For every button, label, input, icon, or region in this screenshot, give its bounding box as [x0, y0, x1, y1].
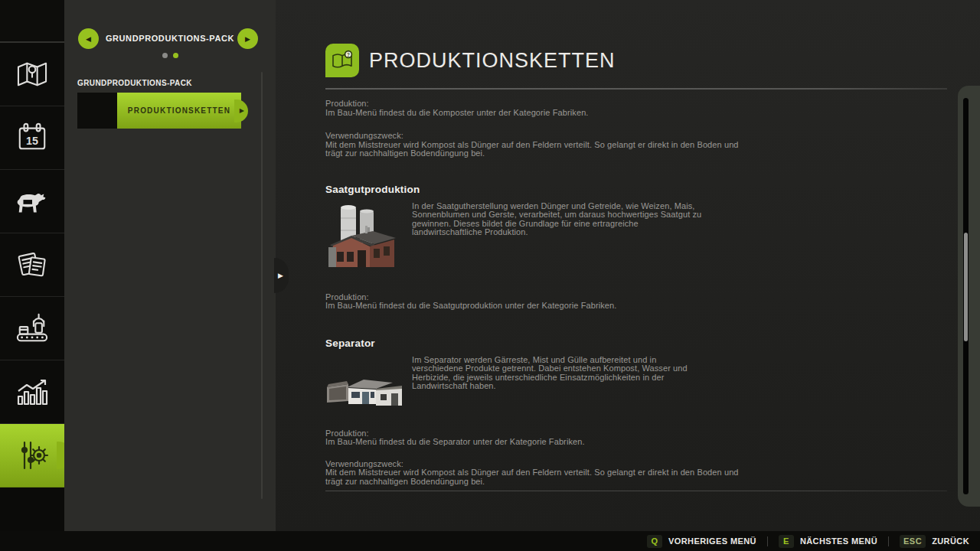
main-menu-sidebar: 15 [0, 0, 64, 531]
content-divider-top [325, 88, 947, 90]
shortcut-label: VORHERIGES MENÜ [668, 536, 756, 546]
note-label: Verwendungszweck: [325, 132, 739, 141]
production-note: Produktion: Im Bau-Menü findest du die S… [325, 293, 739, 311]
key-esc: ESC [900, 535, 926, 548]
help-category-panel: ◀ GRUNDPRODUKTIONS-PACK ▶ GRUNDPRODUKTIO… [64, 0, 276, 531]
game-help-menu-screen: 15 [0, 0, 980, 551]
content-scrollbar-track[interactable] [963, 98, 969, 494]
next-category-button[interactable]: ▶ [237, 28, 258, 49]
note-text: Im Bau-Menü findest du die Saatgutproduk… [325, 302, 739, 311]
content-scrollbar-thumb[interactable] [964, 233, 968, 341]
nav-item-icon-box [77, 93, 117, 129]
pager-dot-1[interactable] [162, 53, 168, 58]
sidebar-item-production[interactable] [0, 297, 64, 360]
footer-separator [888, 536, 889, 546]
production-note: Produktion: Im Bau-Menü findest du die K… [325, 99, 739, 117]
section-heading-separator: Separator [325, 337, 980, 349]
key-e: E [779, 535, 794, 548]
shortcut-previous-menu: Q VORHERIGES MENÜ [647, 535, 756, 548]
animals-icon [13, 186, 51, 217]
settings-icon [15, 439, 49, 472]
chevron-right-icon: ▶ [278, 272, 283, 279]
content-scroll-gutter [958, 86, 980, 507]
nav-item-produktionsketten[interactable]: PRODUKTIONSKETTEN ▶ [77, 93, 241, 129]
page-title: PRODUKTIONSKETTEN [369, 49, 616, 73]
help-content-area: ? PRODUKTIONSKETTEN Produktion: Im Bau-M… [276, 0, 980, 531]
shortcut-bar: Q VORHERIGES MENÜ E NÄCHSTES MENÜ ESC ZU… [0, 531, 980, 551]
chevron-right-icon: ▶ [240, 108, 244, 114]
pager-dots [64, 53, 276, 58]
footer-separator [767, 536, 768, 546]
panel-scrollbar[interactable] [261, 72, 263, 499]
usage-note: Verwendungszweck: Mit dem Miststreuer wi… [325, 460, 739, 487]
sidebar-item-statistics[interactable] [0, 360, 64, 424]
sidebar-item-animals[interactable] [0, 170, 64, 233]
nav-item-label: PRODUKTIONSKETTEN [128, 106, 230, 115]
contracts-icon [16, 249, 48, 281]
note-label: Produktion: [325, 99, 739, 109]
category-section-label: GRUNDPRODUKTIONS-PACK [77, 79, 192, 87]
calendar-icon: 15 [16, 122, 48, 154]
shortcut-label: NÄCHSTES MENÜ [800, 536, 877, 546]
key-q: Q [647, 535, 662, 548]
prev-category-button[interactable]: ◀ [78, 28, 99, 49]
seed-production-factory-image [325, 200, 412, 273]
help-book-icon: ? [325, 44, 359, 77]
pager-dot-2[interactable] [173, 53, 178, 58]
nav-item-tab: PRODUKTIONSKETTEN ▶ [117, 93, 241, 129]
page-title-row: ? PRODUKTIONSKETTEN [325, 43, 980, 78]
calendar-day-label: 15 [26, 135, 38, 147]
note-text: Mit dem Miststreuer wird Kompost als Dün… [325, 141, 739, 158]
shortcut-label: ZURÜCK [932, 536, 969, 546]
note-text: Mit dem Miststreuer wird Kompost als Dün… [325, 468, 739, 486]
content-divider-bottom [325, 491, 947, 491]
section-media-saatgutproduktion: In der Saatgutherstellung werden Dünger … [325, 200, 980, 273]
production-note: Produktion: Im Bau-Menü findest du die S… [325, 429, 739, 447]
sidebar-item-calendar[interactable]: 15 [0, 106, 64, 170]
svg-text:?: ? [347, 52, 350, 57]
sidebar-item-settings[interactable]: ▶ [0, 424, 64, 487]
separator-factory-image [325, 354, 412, 416]
note-text: Im Bau-Menü findest du die Separator unt… [325, 438, 739, 447]
note-text: Im Bau-Menü findest du die Komposter unt… [325, 109, 739, 118]
statistics-icon [15, 377, 49, 407]
section-text: Im Separator werden Gärreste, Mist und G… [412, 354, 703, 416]
map-icon [15, 60, 50, 89]
section-media-separator: Im Separator werden Gärreste, Mist und G… [325, 354, 980, 416]
production-icon [15, 312, 50, 344]
section-heading-saatgutproduktion: Saatgutproduktion [325, 184, 980, 195]
shortcut-next-menu: E NÄCHSTES MENÜ [779, 535, 877, 548]
sidebar-top-block [0, 0, 64, 43]
shortcut-back: ESC ZURÜCK [900, 535, 969, 548]
sidebar-item-contracts[interactable] [0, 233, 64, 297]
category-pager-title: GRUNDPRODUKTIONS-PACK [99, 34, 241, 43]
usage-note: Verwendungszweck: Mit dem Miststreuer wi… [325, 132, 739, 158]
section-text: In der Saatgutherstellung werden Dünger … [412, 200, 703, 273]
sidebar-item-map[interactable] [0, 43, 64, 106]
